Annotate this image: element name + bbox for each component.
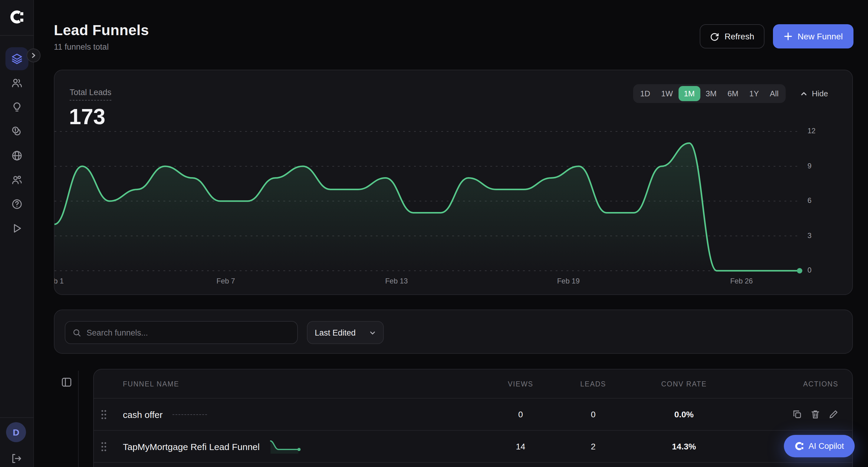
leads-value: 2 [560,442,626,451]
views-value: 14 [481,442,560,451]
leads-line-chart [55,125,800,288]
delete-icon[interactable] [810,409,820,419]
sidebar-bottom-divider [0,417,34,418]
sidebar-item-funnels[interactable] [5,47,28,70]
conv-rate-value: 0.0% [626,409,742,419]
sort-dropdown-value: Last Edited [315,328,355,337]
panel-left-icon [61,377,72,388]
user-avatar[interactable]: D [6,422,26,442]
empty-sparkline [172,414,207,415]
sidebar-expand-button[interactable] [27,49,40,62]
x-tick-feb-7: Feb 7 [216,277,235,285]
table-header-row: FUNNEL NAME VIEWS LEADS CONV RATE ACTION… [94,370,852,399]
chevron-right-icon [30,52,37,59]
y-tick-6: 6 [807,196,826,205]
filter-bar-card: Last Edited [54,310,853,354]
chart-end-dot [797,268,802,273]
x-tick-feb-1: Feb 1 [54,277,64,285]
col-funnel-name: FUNNEL NAME [123,380,481,387]
chevron-down-icon [369,329,376,336]
y-tick-3: 3 [807,231,826,239]
y-tick-9: 9 [807,162,826,170]
range-button-1w[interactable]: 1W [655,86,678,101]
hide-chart-button[interactable]: Hide [801,89,828,98]
refresh-icon [710,32,719,41]
table-row[interactable]: TapMyMortgage Refi Lead Funnel14214.3% [94,431,852,463]
app-logo-icon [0,10,34,24]
chart-controls: 1D1W1M3M6M1YAll Hide [633,84,828,103]
range-group: 1D1W1M3M6M1YAll [633,84,786,103]
funnel-name[interactable]: TapMyMortgage Refi Lead Funnel [123,441,260,451]
duplicate-icon[interactable] [792,409,802,419]
sidebar-nav [0,47,34,240]
new-funnel-label: New Funnel [798,31,843,41]
refresh-button[interactable]: Refresh [700,24,765,49]
range-button-1m[interactable]: 1M [678,86,700,101]
leads-value: 0 [560,409,626,419]
sidebar-item-contacts[interactable] [5,71,28,94]
ai-copilot-button[interactable]: AI Copilot [784,435,855,457]
search-icon [73,328,81,337]
y-tick-12: 12 [807,126,826,135]
search-box [65,321,298,344]
x-tick-feb-26: Feb 26 [730,277,753,285]
x-tick-feb-19: Feb 19 [557,277,580,285]
plus-icon [783,32,792,40]
edit-icon[interactable] [829,409,838,419]
metric-label: Total Leads [70,88,112,100]
range-button-1y[interactable]: 1Y [744,86,765,101]
coins-icon [11,125,23,138]
range-button-6m[interactable]: 6M [722,86,744,101]
page-title: Lead Funnels [54,22,149,39]
globe-icon [11,150,23,162]
sidebar-item-help[interactable] [5,193,28,216]
play-icon [11,222,23,234]
sidebar: D [0,0,34,467]
range-button-1d[interactable]: 1D [634,86,655,101]
col-views: VIEWS [481,380,560,387]
views-value: 0 [481,409,560,419]
sidebar-divider [0,35,34,36]
chart-svg [55,125,800,288]
col-leads: LEADS [560,380,626,387]
help-circle-icon [11,198,23,210]
table-body: cash offer000.0%TapMyMortgage Refi Lead … [94,399,852,463]
sidebar-item-team[interactable] [5,168,28,192]
layers-icon [11,53,23,65]
row-drag-handle[interactable] [101,441,123,451]
row-drag-handle[interactable] [101,409,123,419]
sort-dropdown[interactable]: Last Edited [307,321,384,344]
range-button-all[interactable]: All [765,86,784,101]
panel-gutter[interactable] [78,371,79,467]
page-subtitle: 11 funnels total [54,42,108,52]
hide-label: Hide [812,89,828,98]
ai-copilot-label: AI Copilot [808,442,844,450]
drag-handle-icon [101,441,106,451]
funnel-name[interactable]: cash offer [123,409,162,419]
refresh-label: Refresh [724,31,754,41]
sidebar-item-payments[interactable] [5,120,28,143]
collapse-panel-button[interactable] [61,377,72,388]
copilot-logo-icon [795,442,804,450]
logout-icon[interactable] [10,453,22,465]
search-input[interactable] [87,328,290,337]
leads-chart-card: Total Leads 173 1D1W1M3M6M1YAll Hide [54,70,853,295]
sidebar-item-domains[interactable] [5,144,28,167]
chart-area-fill [55,143,800,271]
table-row[interactable]: cash offer000.0% [94,399,852,431]
sidebar-item-ideas[interactable] [5,96,28,119]
users-group-icon [11,174,23,186]
users-icon [11,77,23,89]
x-tick-feb-13: Feb 13 [385,277,408,285]
chevron-up-icon [801,90,808,97]
col-actions: ACTIONS [742,380,838,387]
row-sparkline [269,439,303,454]
col-conv-rate: CONV RATE [626,380,742,387]
funnels-table: FUNNEL NAME VIEWS LEADS CONV RATE ACTION… [93,369,853,467]
app-root: D Lead Funnels 11 funnels total Refresh … [0,0,868,467]
row-actions [742,409,838,419]
new-funnel-button[interactable]: New Funnel [773,24,854,49]
drag-handle-icon [101,409,106,419]
sidebar-item-tutorials[interactable] [5,217,28,240]
range-button-3m[interactable]: 3M [700,86,722,101]
